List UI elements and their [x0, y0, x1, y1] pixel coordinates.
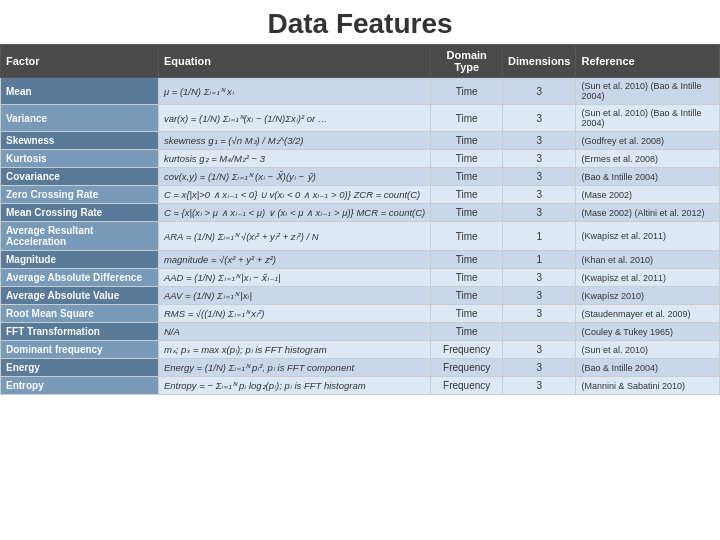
cell-domain: Time [431, 186, 503, 204]
cell-domain: Time [431, 323, 503, 341]
cell-reference: (Bao & Intille 2004) [576, 359, 720, 377]
cell-equation: kurtosis g₂ = M₄/M₂² − 3 [158, 150, 430, 168]
cell-factor: Root Mean Square [1, 305, 159, 323]
cell-domain: Frequency [431, 341, 503, 359]
cell-domain: Time [431, 105, 503, 132]
cell-dimensions: 3 [503, 78, 576, 105]
col-header-dimensions: Dimensions [503, 45, 576, 78]
cell-dimensions: 3 [503, 287, 576, 305]
cell-domain: Time [431, 222, 503, 251]
cell-dimensions: 3 [503, 305, 576, 323]
cell-domain: Time [431, 204, 503, 222]
cell-domain: Frequency [431, 359, 503, 377]
col-header-reference: Reference [576, 45, 720, 78]
cell-factor: Average Resultant Acceleration [1, 222, 159, 251]
cell-dimensions: 3 [503, 150, 576, 168]
cell-factor: Entropy [1, 377, 159, 395]
cell-factor: Variance [1, 105, 159, 132]
table-row: Skewnessskewness g₁ = (√n M₃) / M₂^(3/2)… [1, 132, 720, 150]
table-row: Meanμ = (1/N) Σᵢ₌₁ᴺ xᵢTime3(Sun et al. 2… [1, 78, 720, 105]
cell-equation: AAV = (1/N) Σᵢ₌₁ᴺ |xᵢ| [158, 287, 430, 305]
cell-equation: C = x{|x|>0 ∧ xᵢ₋₁ < 0} ∪ v(xᵢ < 0 ∧ xᵢ₋… [158, 186, 430, 204]
cell-equation: Entropy = − Σᵢ₌₁ᴺ pᵢ log₂(pᵢ); pᵢ is FFT… [158, 377, 430, 395]
cell-domain: Time [431, 132, 503, 150]
cell-dimensions: 3 [503, 377, 576, 395]
table-row: Root Mean SquareRMS = √((1/N) Σᵢ₌₁ᴺ xᵢ²)… [1, 305, 720, 323]
table-row: Average Resultant AccelerationARA = (1/N… [1, 222, 720, 251]
table-row: FFT TransformationN/ATime(Couley & Tukey… [1, 323, 720, 341]
cell-equation: var(x) = (1/N) Σᵢ₌₁ᴺ(xᵢ − (1/N)Σxᵢ)² or … [158, 105, 430, 132]
cell-equation: ARA = (1/N) Σᵢ₌₁ᴺ √(xᵢ² + yᵢ² + zᵢ²) / N [158, 222, 430, 251]
table-row: Covariancecov(x,y) = (1/N) Σᵢ₌₁ᴺ (xᵢ − X… [1, 168, 720, 186]
cell-dimensions [503, 323, 576, 341]
cell-dimensions: 3 [503, 204, 576, 222]
cell-domain: Time [431, 251, 503, 269]
table-row: Kurtosiskurtosis g₂ = M₄/M₂² − 3Time3(Er… [1, 150, 720, 168]
cell-reference: (Mase 2002) [576, 186, 720, 204]
cell-dimensions: 3 [503, 269, 576, 287]
table-row: EnergyEnergy = (1/N) Σᵢ₌₁ᴺ pᵢ², pᵢ is FF… [1, 359, 720, 377]
cell-dimensions: 3 [503, 186, 576, 204]
table-row: Variancevar(x) = (1/N) Σᵢ₌₁ᴺ(xᵢ − (1/N)Σ… [1, 105, 720, 132]
cell-factor: Kurtosis [1, 150, 159, 168]
cell-equation: AAD = (1/N) Σᵢ₌₁ᴺ |xᵢ − x̄ᵢ₋₁| [158, 269, 430, 287]
cell-reference: (Sun et al. 2010) (Bao & Intille 2004) [576, 105, 720, 132]
cell-equation: Energy = (1/N) Σᵢ₌₁ᴺ pᵢ², pᵢ is FFT comp… [158, 359, 430, 377]
table-row: Mean Crossing RateC = {x|(xᵢ > μ ∧ xᵢ₋₁ … [1, 204, 720, 222]
cell-factor: Average Absolute Difference [1, 269, 159, 287]
table-row: Dominant frequencymₓ; pₓ = max x(pᵢ); pᵢ… [1, 341, 720, 359]
col-header-domain: Domain Type [431, 45, 503, 78]
cell-domain: Frequency [431, 377, 503, 395]
cell-equation: N/A [158, 323, 430, 341]
cell-reference: (Kwapísz et al. 2011) [576, 222, 720, 251]
cell-equation: magnitude = √(x² + y² + z²) [158, 251, 430, 269]
cell-factor: Zero Crossing Rate [1, 186, 159, 204]
cell-factor: Magnitude [1, 251, 159, 269]
cell-factor: Dominant frequency [1, 341, 159, 359]
cell-reference: (Kwapísz et al. 2011) [576, 269, 720, 287]
table-row: EntropyEntropy = − Σᵢ₌₁ᴺ pᵢ log₂(pᵢ); pᵢ… [1, 377, 720, 395]
cell-equation: skewness g₁ = (√n M₃) / M₂^(3/2) [158, 132, 430, 150]
cell-reference: (Kwapísz 2010) [576, 287, 720, 305]
cell-reference: (Godfrey et al. 2008) [576, 132, 720, 150]
table-row: Average Absolute ValueAAV = (1/N) Σᵢ₌₁ᴺ … [1, 287, 720, 305]
cell-reference: (Staudenmayer et al. 2009) [576, 305, 720, 323]
cell-reference: (Khan et al. 2010) [576, 251, 720, 269]
col-header-equation: Equation [158, 45, 430, 78]
table-row: Magnitudemagnitude = √(x² + y² + z²)Time… [1, 251, 720, 269]
cell-dimensions: 3 [503, 105, 576, 132]
table-row: Average Absolute DifferenceAAD = (1/N) Σ… [1, 269, 720, 287]
cell-domain: Time [431, 287, 503, 305]
cell-domain: Time [431, 305, 503, 323]
cell-dimensions: 3 [503, 132, 576, 150]
cell-reference: (Sun et al. 2010) (Bao & Intille 2004) [576, 78, 720, 105]
cell-reference: (Bao & Intille 2004) [576, 168, 720, 186]
cell-dimensions: 3 [503, 168, 576, 186]
cell-equation: RMS = √((1/N) Σᵢ₌₁ᴺ xᵢ²) [158, 305, 430, 323]
cell-reference: (Sun et al. 2010) [576, 341, 720, 359]
cell-dimensions: 3 [503, 359, 576, 377]
cell-reference: (Ermes et al. 2008) [576, 150, 720, 168]
cell-dimensions: 1 [503, 251, 576, 269]
cell-equation: μ = (1/N) Σᵢ₌₁ᴺ xᵢ [158, 78, 430, 105]
cell-factor: Energy [1, 359, 159, 377]
cell-factor: Mean Crossing Rate [1, 204, 159, 222]
data-features-table: Factor Equation Domain Type Dimensions R… [0, 44, 720, 395]
cell-domain: Time [431, 78, 503, 105]
page-title: Data Features [0, 0, 720, 44]
cell-dimensions: 1 [503, 222, 576, 251]
cell-factor: Skewness [1, 132, 159, 150]
cell-factor: Mean [1, 78, 159, 105]
cell-dimensions: 3 [503, 341, 576, 359]
cell-factor: FFT Transformation [1, 323, 159, 341]
cell-domain: Time [431, 269, 503, 287]
col-header-factor: Factor [1, 45, 159, 78]
cell-factor: Average Absolute Value [1, 287, 159, 305]
cell-equation: C = {x|(xᵢ > μ ∧ xᵢ₋₁ < μ) ∨ (xᵢ < μ ∧ x… [158, 204, 430, 222]
cell-equation: cov(x,y) = (1/N) Σᵢ₌₁ᴺ (xᵢ − X̄)(yᵢ − ȳ) [158, 168, 430, 186]
cell-domain: Time [431, 150, 503, 168]
table-row: Zero Crossing RateC = x{|x|>0 ∧ xᵢ₋₁ < 0… [1, 186, 720, 204]
cell-equation: mₓ; pₓ = max x(pᵢ); pᵢ is FFT histogram [158, 341, 430, 359]
cell-domain: Time [431, 168, 503, 186]
cell-reference: (Couley & Tukey 1965) [576, 323, 720, 341]
